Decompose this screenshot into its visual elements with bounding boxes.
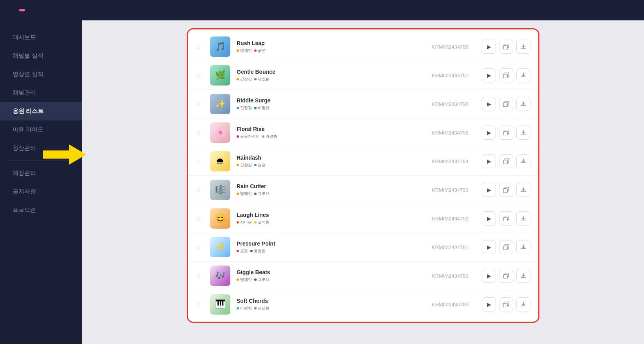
tag-label: 비장한 <box>258 105 270 111</box>
star-icon[interactable]: ☆ <box>196 72 204 79</box>
music-code: KRMIM2434790 <box>425 273 476 279</box>
sidebar-item-fan-list[interactable]: 응원 리스트 <box>0 102 82 120</box>
music-item: ☆🌧Raindash긴장감슬픈KRMIM2434794▶ <box>188 147 538 176</box>
tag-dot <box>254 307 257 309</box>
download-button[interactable] <box>516 97 530 111</box>
star-icon[interactable]: ☆ <box>196 100 204 108</box>
star-icon[interactable]: ☆ <box>196 244 204 251</box>
music-info: Giggle Beats명쾌한그루브 <box>237 269 418 282</box>
music-title: Floral Rise <box>237 126 418 132</box>
music-tag: 코믹한 <box>254 220 270 225</box>
star-icon[interactable]: ☆ <box>196 129 204 137</box>
tag-dot <box>254 221 257 224</box>
thumb-icon: 🌸 <box>210 122 230 143</box>
play-button[interactable]: ▶ <box>482 97 496 111</box>
music-tag: 신나는 <box>237 220 252 225</box>
music-item: ☆⚡Pressure Point공포웅장한KRMIM2434791▶ <box>188 233 538 262</box>
music-info: Floral Rise유유자적인아련한 <box>237 126 418 139</box>
play-button[interactable]: ▶ <box>482 126 496 140</box>
copy-button[interactable] <box>499 97 513 111</box>
star-icon[interactable]: ☆ <box>196 43 204 51</box>
star-icon[interactable]: ☆ <box>196 186 204 194</box>
track-thumbnail: 🎼 <box>210 180 230 200</box>
download-button[interactable] <box>516 68 530 82</box>
copy-button[interactable] <box>499 68 513 82</box>
main-content: ☆🎵Rush Leap명쾌한굵은KRMIM2434798▶☆🌿Gentle Bo… <box>82 20 644 344</box>
play-button[interactable]: ▶ <box>482 211 496 226</box>
tag-label: 아련한 <box>266 134 277 139</box>
sidebar-item-promotion[interactable]: 프로모션 <box>0 201 82 219</box>
music-tag: 산산한 <box>254 306 270 311</box>
download-button[interactable] <box>516 297 530 311</box>
svg-rect-3 <box>503 74 507 78</box>
sidebar-item-dashboard[interactable]: 대시보드 <box>0 28 82 47</box>
music-item: ☆🌸Floral Rise유유자적인아련한KRMIM2434795▶ <box>188 118 538 147</box>
copy-button[interactable] <box>499 154 513 168</box>
music-tag: 슬픈 <box>254 162 266 168</box>
play-button[interactable]: ▶ <box>482 183 496 197</box>
play-button[interactable]: ▶ <box>482 240 496 254</box>
copy-button[interactable] <box>499 240 513 254</box>
play-button[interactable]: ▶ <box>482 154 496 168</box>
tag-label: 코믹한 <box>258 220 270 225</box>
download-button[interactable] <box>516 240 530 254</box>
copy-button[interactable] <box>499 40 513 54</box>
sidebar-item-notice[interactable]: 공지사항 <box>0 182 82 201</box>
music-item: ☆✨Riddle Surge긴장감비장한KRMIM2434796▶ <box>188 90 538 118</box>
tag-label: 긴장감 <box>240 162 252 168</box>
music-info: Raindash긴장감슬픈 <box>237 155 418 168</box>
tag-label: 산산한 <box>258 306 270 311</box>
sidebar-item-channel-stats[interactable]: 채널별 실적 <box>0 47 82 65</box>
music-tag: 유유자적인 <box>237 134 260 139</box>
copy-button[interactable] <box>499 269 513 283</box>
action-buttons: ▶ <box>482 211 530 226</box>
play-button[interactable]: ▶ <box>482 68 496 82</box>
music-tag: 긴장감 <box>237 76 252 82</box>
download-button[interactable] <box>516 126 530 140</box>
star-icon[interactable]: ☆ <box>196 158 204 165</box>
download-button[interactable] <box>516 269 530 283</box>
copy-button[interactable] <box>499 126 513 140</box>
music-title: Soft Chords <box>237 298 418 304</box>
music-title: Rain Cutter <box>237 183 418 189</box>
download-button[interactable] <box>516 183 530 197</box>
tag-label: 슬픈 <box>258 162 266 168</box>
thumb-icon: 😄 <box>210 208 230 229</box>
tag-dot <box>237 78 239 80</box>
music-tag: 웅장한 <box>250 248 266 254</box>
music-tag: 그루브 <box>254 191 270 197</box>
music-tag: 그루브 <box>254 277 270 282</box>
header <box>0 0 644 20</box>
sidebar-item-account-mgmt[interactable]: 계정관리 <box>0 164 82 182</box>
action-buttons: ▶ <box>482 97 530 111</box>
tag-dot <box>254 164 257 166</box>
star-icon[interactable]: ☆ <box>196 215 204 222</box>
play-button[interactable]: ▶ <box>482 40 496 54</box>
download-button[interactable] <box>516 40 530 54</box>
copy-button[interactable] <box>499 297 513 311</box>
download-button[interactable] <box>516 211 530 226</box>
copy-button[interactable] <box>499 183 513 197</box>
music-code: KRMIM2434793 <box>425 187 476 193</box>
track-thumbnail: 🌿 <box>210 65 230 86</box>
copy-button[interactable] <box>499 211 513 226</box>
sidebar-item-usage-guide[interactable]: 이용 가이드 <box>0 120 82 139</box>
track-thumbnail: ✨ <box>210 94 230 114</box>
tag-label: 명쾌한 <box>240 191 252 197</box>
tag-label: 유유자적인 <box>240 134 260 139</box>
sidebar-item-channel-mgmt[interactable]: 채널관리 <box>0 84 82 102</box>
tag-label: 굵은 <box>258 48 266 53</box>
star-icon[interactable]: ☆ <box>196 272 204 280</box>
music-tags: 긴장감재있는 <box>237 76 418 82</box>
tag-dot <box>237 250 239 252</box>
sidebar-item-video-stats[interactable]: 영상별 실적 <box>0 65 82 84</box>
tag-dot <box>237 193 239 195</box>
download-button[interactable] <box>516 154 530 168</box>
action-buttons: ▶ <box>482 240 530 254</box>
header-left <box>9 9 25 11</box>
tag-label: 명쾌한 <box>240 277 252 282</box>
music-tags: 신나는코믹한 <box>237 220 418 225</box>
star-icon[interactable]: ☆ <box>196 301 204 308</box>
play-button[interactable]: ▶ <box>482 297 496 311</box>
play-button[interactable]: ▶ <box>482 269 496 283</box>
